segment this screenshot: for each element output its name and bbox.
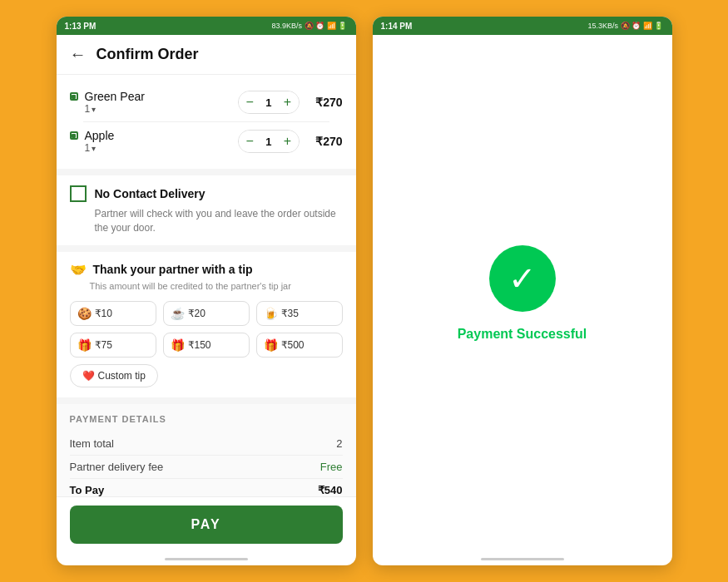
tip-option-500[interactable]: 🎁 ₹500: [256, 333, 343, 358]
qty-increase-apple[interactable]: +: [277, 131, 299, 152]
payment-label-item-total: Item total: [70, 437, 114, 450]
payment-successful-label: Payment Successful: [458, 327, 587, 342]
tip-amount-35: ₹35: [281, 308, 299, 319]
qty-increase-green-pear[interactable]: +: [277, 91, 299, 113]
payment-row-delivery-fee: Partner delivery fee Free: [70, 456, 343, 479]
tip-amount-75: ₹75: [95, 339, 112, 351]
confirm-order-header: ← Confirm Order: [57, 35, 356, 75]
tip-option-75[interactable]: 🎁 ₹75: [70, 333, 156, 358]
pay-button-container: PAY: [57, 496, 356, 552]
phone-payment-success: 1:14 PM 15.3KB/s 🔕 ⏰ 📶 🔋 ✓ Payment Succe…: [373, 17, 672, 565]
payment-label-delivery: Partner delivery fee: [70, 461, 164, 473]
payment-success-content: ✓ Payment Successful: [373, 35, 672, 552]
checkmark-icon: ✓: [508, 262, 537, 295]
page-title: Confirm Order: [97, 46, 199, 63]
home-indicator-2: [373, 552, 672, 565]
status-bar-2: 1:14 PM 15.3KB/s 🔕 ⏰ 📶 🔋: [373, 17, 672, 35]
tip-option-10[interactable]: 🍪 ₹10: [70, 301, 156, 326]
order-item-apple: Apple 1 ▾ − 1 + ₹270: [70, 122, 343, 160]
no-contact-checkbox[interactable]: [70, 185, 87, 202]
no-contact-section: No Contact Delivery Partner will check w…: [57, 175, 356, 245]
qty-control-green-pear[interactable]: − 1 +: [238, 91, 299, 114]
qty-chevron-icon: ▾: [92, 105, 96, 114]
qty-decrease-apple[interactable]: −: [239, 131, 260, 152]
qty-control-apple[interactable]: − 1 +: [238, 130, 299, 153]
custom-tip-label: Custom tip: [98, 370, 146, 382]
payment-row-item-total: Item total 2: [70, 432, 343, 456]
section-divider-3: [57, 397, 356, 404]
qty-value-apple: 1: [260, 136, 276, 148]
payment-row-to-pay: To Pay ₹540: [70, 479, 343, 496]
payment-value-delivery: Free: [320, 461, 343, 473]
payment-value-item-total: 2: [336, 437, 342, 450]
tip-amount-150: ₹150: [188, 339, 211, 351]
tip-options-grid: 🍪 ₹10 ☕ ₹20 🍺 ₹35 🎁 ₹75: [70, 301, 343, 358]
status-bar-1: 1:13 PM 83.9KB/s 🔕 ⏰ 📶 🔋: [57, 17, 356, 35]
veg-indicator: [70, 92, 78, 101]
veg-indicator-apple: [70, 131, 78, 140]
payment-label-to-pay: To Pay: [70, 484, 105, 496]
pay-button[interactable]: PAY: [70, 506, 343, 544]
tip-section: 🤝 Thank your partner with a tip This amo…: [57, 252, 356, 397]
item-price-green-pear: ₹270: [310, 96, 343, 109]
tip-option-35[interactable]: 🍺 ₹35: [256, 301, 343, 326]
qty-chevron-apple-icon: ▾: [92, 144, 96, 153]
qty-decrease-green-pear[interactable]: −: [239, 91, 260, 113]
back-button[interactable]: ←: [70, 45, 87, 64]
tip-title: Thank your partner with a tip: [93, 263, 253, 276]
item-name-green-pear: Green Pear: [85, 90, 145, 103]
item-price-apple: ₹270: [310, 135, 343, 148]
order-item-green-pear: Green Pear 1 ▾ − 1 + ₹2: [70, 83, 343, 121]
status-icons-2: 15.3KB/s 🔕 ⏰ 📶 🔋: [587, 22, 663, 30]
tip-description: This amount will be credited to the part…: [70, 281, 343, 291]
phone-confirm-order: 1:13 PM 83.9KB/s 🔕 ⏰ 📶 🔋 ← Confirm Order: [57, 17, 356, 565]
custom-tip-button[interactable]: ❤️ Custom tip: [70, 364, 158, 387]
tip-amount-10: ₹10: [95, 308, 112, 319]
scroll-content[interactable]: Green Pear 1 ▾ − 1 + ₹2: [57, 75, 356, 496]
status-time-2: 1:14 PM: [381, 22, 413, 31]
section-divider-1: [57, 169, 356, 175]
status-icons-1: 83.9KB/s 🔕 ⏰ 📶 🔋: [271, 22, 347, 30]
home-indicator: [57, 552, 356, 565]
tip-amount-500: ₹500: [281, 339, 305, 351]
payment-details-section: PAYMENT DETAILS Item total 2 Partner del…: [57, 404, 356, 496]
payment-value-to-pay: ₹540: [318, 484, 343, 496]
payment-details-title: PAYMENT DETAILS: [70, 414, 343, 424]
home-bar: [165, 558, 248, 560]
qty-value-green-pear: 1: [260, 96, 276, 109]
order-items-section: Green Pear 1 ▾ − 1 + ₹2: [57, 75, 356, 169]
tip-amount-20: ₹20: [188, 308, 206, 319]
no-contact-title: No Contact Delivery: [95, 187, 206, 200]
item-name-apple: Apple: [85, 129, 115, 142]
no-contact-description: Partner will check with you and leave th…: [70, 207, 343, 235]
section-divider-2: [57, 245, 356, 252]
home-bar-2: [481, 558, 564, 560]
tip-option-20[interactable]: ☕ ₹20: [163, 301, 250, 326]
tip-option-150[interactable]: 🎁 ₹150: [163, 333, 250, 358]
success-circle: ✓: [489, 245, 556, 312]
tip-heart-icon: 🤝: [70, 262, 87, 278]
status-time-1: 1:13 PM: [65, 22, 97, 31]
